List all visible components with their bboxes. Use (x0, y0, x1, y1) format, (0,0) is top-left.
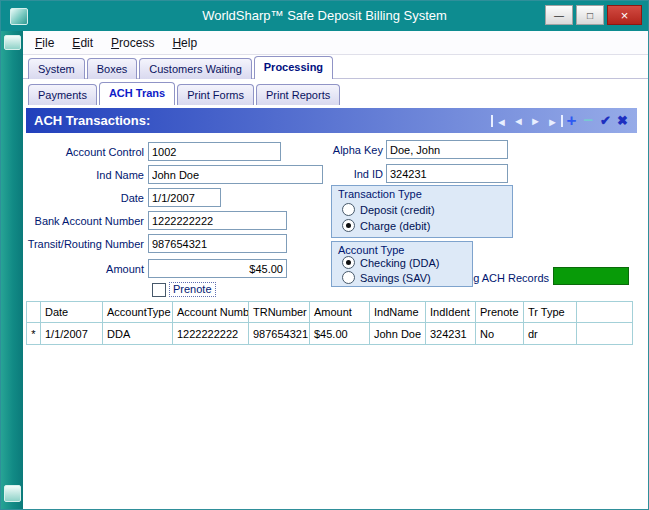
charge-debit-radio[interactable] (342, 219, 355, 232)
tab-customers-waiting[interactable]: Customers Waiting (139, 58, 252, 79)
app-window: WorldSharp™ Safe Deposit Billing System … (0, 0, 649, 510)
cell-account-number[interactable]: 1222222222 (173, 323, 249, 345)
section-header: ACH Transactions: ◄ ◄ ► ► + − ✔ ✖ (26, 108, 637, 133)
titlebar: WorldSharp™ Safe Deposit Billing System … (1, 1, 648, 31)
deposit-credit-option[interactable]: Deposit (credit) (342, 203, 435, 216)
first-record-icon[interactable]: ◄ (491, 115, 510, 127)
tab-processing[interactable]: Processing (254, 56, 333, 79)
column-header-ind-name: IndName (370, 302, 426, 323)
checking-dda-option[interactable]: Checking (DDA) (342, 256, 439, 269)
column-header-tr-type: Tr Type (524, 302, 577, 323)
ach-transactions-grid: Date AccountType Account Number TRNumber… (26, 301, 633, 345)
column-header-prenote: Prenote (476, 302, 524, 323)
ind-id-input[interactable] (386, 164, 508, 183)
prior-record-icon[interactable]: ◄ (510, 114, 527, 128)
column-header-tr-number: TRNumber (249, 302, 310, 323)
amount-input[interactable] (148, 259, 287, 278)
savings-sav-radio[interactable] (342, 271, 355, 284)
column-header-selector (27, 302, 41, 323)
column-header-ind-ident: IndIdent (426, 302, 476, 323)
account-type-groupbox: Account Type Checking (DDA) Savings (SAV… (331, 241, 473, 287)
tab-print-forms[interactable]: Print Forms (177, 84, 254, 105)
transaction-type-groupbox: Transaction Type Deposit (credit) Charge… (331, 185, 513, 238)
menu-item-file[interactable]: File (26, 31, 63, 54)
menu-item-edit[interactable]: Edit (63, 31, 102, 54)
menubar: File Edit Process Help (23, 31, 648, 55)
tab-ach-trans[interactable]: ACH Trans (99, 82, 175, 105)
ind-name-label: Ind Name (26, 169, 144, 181)
savings-sav-option[interactable]: Savings (SAV) (342, 271, 431, 284)
last-record-icon[interactable]: ► (544, 115, 563, 127)
alpha-key-label: Alpha Key (319, 144, 383, 156)
savings-sav-label: Savings (SAV) (360, 272, 431, 284)
menu-item-process[interactable]: Process (102, 31, 163, 54)
date-label: Date (26, 192, 144, 204)
next-record-icon[interactable]: ► (527, 114, 544, 128)
maximize-button[interactable]: □ (576, 5, 604, 25)
ind-name-input[interactable] (148, 165, 323, 184)
cell-filler (577, 323, 633, 345)
date-input[interactable] (148, 188, 221, 207)
amount-label: Amount (26, 263, 144, 275)
ind-id-label: Ind ID (319, 168, 383, 180)
pending-ach-records-indicator (553, 267, 629, 285)
cell-tr-type[interactable]: dr (524, 323, 577, 345)
column-header-account-type: AccountType (103, 302, 173, 323)
post-record-icon[interactable]: ✔ (597, 114, 614, 128)
sub-tabstrip: Payments ACH Trans Print Forms Print Rep… (28, 82, 342, 105)
tab-system[interactable]: System (28, 58, 85, 79)
cancel-record-icon[interactable]: ✖ (614, 114, 631, 128)
transit-routing-number-input[interactable] (148, 234, 287, 253)
alpha-key-input[interactable] (386, 140, 508, 159)
cell-account-type[interactable]: DDA (103, 323, 173, 345)
cell-prenote[interactable]: No (476, 323, 524, 345)
column-header-amount: Amount (310, 302, 370, 323)
cell-date[interactable]: 1/1/2007 (41, 323, 103, 345)
prenote-checkbox[interactable] (152, 283, 166, 297)
grid-row[interactable]: * 1/1/2007 DDA 1222222222 987654321 $45.… (27, 323, 633, 345)
cell-ind-name[interactable]: John Doe (370, 323, 426, 345)
cell-amount[interactable]: $45.00 (310, 323, 370, 345)
checking-dda-radio[interactable] (342, 256, 355, 269)
tab-boxes[interactable]: Boxes (87, 58, 138, 79)
charge-debit-label: Charge (debit) (360, 220, 430, 232)
row-selector-cell[interactable]: * (27, 323, 41, 345)
cell-ind-ident[interactable]: 324231 (426, 323, 476, 345)
delete-record-icon[interactable]: − (580, 114, 597, 128)
tab-payments[interactable]: Payments (28, 84, 97, 105)
account-control-input[interactable] (148, 142, 281, 161)
charge-debit-option[interactable]: Charge (debit) (342, 219, 430, 232)
bank-account-number-input[interactable] (148, 211, 287, 230)
checking-dda-label: Checking (DDA) (360, 257, 439, 269)
transit-routing-number-label: Transit/Routing Number (19, 238, 144, 250)
page-title: ACH Transactions: (34, 113, 150, 128)
transaction-type-title: Transaction Type (338, 188, 422, 200)
record-navigator: ◄ ◄ ► ► + − ✔ ✖ (491, 108, 631, 133)
bank-account-number-label: Bank Account Number (26, 215, 144, 227)
logo-top-icon (4, 35, 21, 50)
account-type-title: Account Type (338, 244, 404, 256)
main-tabstrip: System Boxes Customers Waiting Processin… (28, 56, 335, 79)
tab-print-reports[interactable]: Print Reports (256, 84, 340, 105)
insert-record-icon[interactable]: + (563, 114, 580, 128)
grid-header-row: Date AccountType Account Number TRNumber… (27, 302, 633, 323)
column-header-account-number: Account Number (173, 302, 249, 323)
account-control-label: Account Control (26, 146, 144, 158)
side-strip (1, 31, 23, 509)
logo-bottom-icon (4, 485, 21, 502)
close-button[interactable]: × (607, 5, 642, 25)
prenote-label: Prenote (169, 282, 216, 297)
column-header-date: Date (41, 302, 103, 323)
deposit-credit-radio[interactable] (342, 203, 355, 216)
column-header-filler (577, 302, 633, 323)
cell-tr-number[interactable]: 987654321 (249, 323, 310, 345)
minimize-button[interactable]: — (545, 5, 573, 25)
menu-item-help[interactable]: Help (163, 31, 206, 54)
deposit-credit-label: Deposit (credit) (360, 204, 435, 216)
